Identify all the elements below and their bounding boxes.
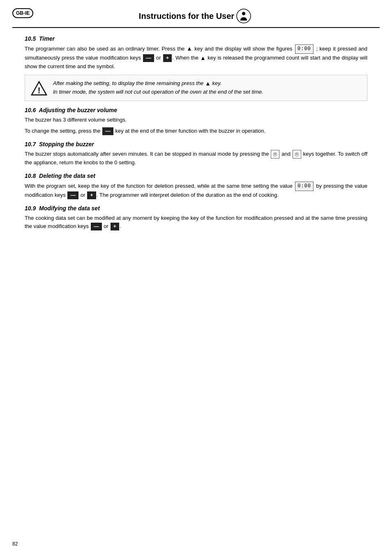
oven-key-1: ㊥ [271, 150, 279, 159]
section-heading-10-5: 10.5 Timer [25, 35, 367, 42]
section-10-6: 10.6 Adjusting the buzzer volume The buz… [25, 107, 367, 135]
section-10-6-text-2: To change the setting, press the — key a… [25, 127, 367, 135]
section-heading-10-6: 10.6 Adjusting the buzzer volume [25, 107, 367, 113]
plus-key: + [163, 54, 172, 62]
plus-key-2: + [87, 191, 96, 199]
section-heading-10-8: 10.8 Deleting the data set [25, 173, 367, 179]
logo-left: GB-IE [12, 8, 33, 18]
minus-key-4: — [91, 223, 102, 230]
section-10-6-text-1: The buzzer has 3 different volume settin… [25, 116, 367, 124]
svg-point-0 [237, 9, 251, 23]
section-10-5: 10.5 Timer The programmer can also be us… [25, 35, 367, 101]
bell-key-icon: ▲ [187, 45, 193, 52]
svg-point-1 [242, 12, 245, 15]
header: GB-IE Instructions for the User [12, 8, 380, 28]
warning-triangle-icon: ! [31, 80, 47, 97]
svg-text:!: ! [38, 86, 41, 95]
display-value-1: 0:00 [295, 44, 314, 54]
content: 10.5 Timer The programmer can also be us… [12, 35, 380, 230]
bell-key-icon-2: ▲ [200, 55, 206, 61]
page: GB-IE Instructions for the User 10.5 Tim… [0, 0, 392, 555]
section-10-8-text: With the program set, keep the key of th… [25, 182, 367, 199]
warning-box: ! After making the setting, to display t… [25, 75, 367, 101]
minus-key: — [143, 54, 154, 62]
minus-key-2: — [102, 127, 113, 135]
logo-right-icon [234, 8, 253, 24]
page-number: 82 [12, 541, 18, 547]
page-title: Instructions for the User [139, 12, 234, 21]
display-value-2: 0:00 [295, 182, 314, 191]
plus-key-3: + [111, 223, 120, 230]
oven-key-2: ㊥ [293, 150, 301, 159]
section-10-7-text: The buzzer stops automatically after sev… [25, 150, 367, 167]
section-10-7: 10.7 Stopping the buzzer The buzzer stop… [25, 141, 367, 167]
section-10-8: 10.8 Deleting the data set With the prog… [25, 173, 367, 199]
warning-text: After making the setting, to display the… [53, 79, 263, 96]
section-10-9-text: The cooking data set can be modified at … [25, 214, 367, 230]
warning-line-1: After making the setting, to display the… [53, 79, 263, 88]
warning-line-2: In timer mode, the system will not cut o… [53, 88, 263, 96]
bell-key-inline: ▲ [205, 80, 211, 87]
minus-key-3: — [67, 191, 78, 199]
section-10-9: 10.9 Modifying the data set The cooking … [25, 205, 367, 230]
section-heading-10-9: 10.9 Modifying the data set [25, 205, 367, 212]
section-heading-10-7: 10.7 Stopping the buzzer [25, 141, 367, 147]
section-10-5-text: The programmer can also be used as an or… [25, 44, 367, 71]
